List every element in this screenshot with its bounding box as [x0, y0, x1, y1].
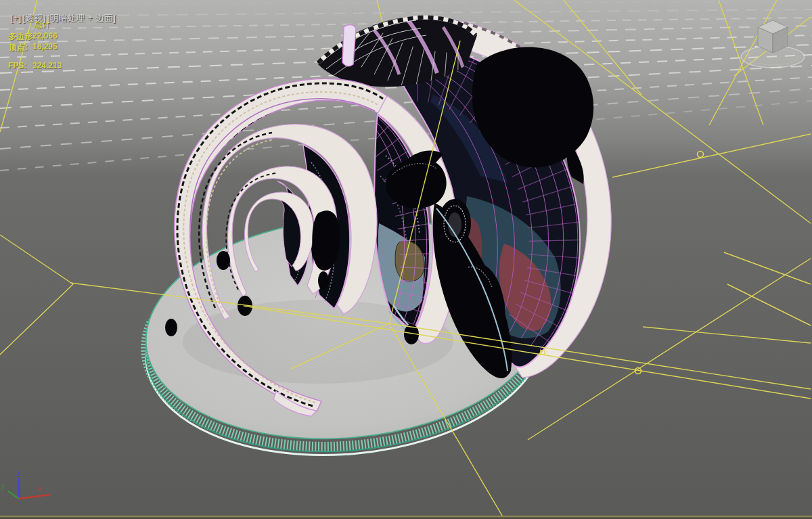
stats-vertices-row: 顶点:16,295 — [9, 42, 28, 53]
axis-y-label: y — [1, 482, 5, 490]
viewport-label-menu[interactable]: [+][透视][明暗处理 + 边面] — [5, 3, 117, 24]
viewport-shading-menu[interactable]: [明暗处理 + 边面] — [47, 14, 116, 23]
stats-polygons-row: 多边形:22,066 — [8, 31, 35, 43]
viewport-pov-menu[interactable]: [透视] — [23, 14, 46, 23]
axis-z-label: z — [16, 469, 20, 477]
stats-fps-row: FPS:324.213 — [8, 61, 26, 70]
axis-x-label: x — [38, 484, 42, 493]
viewport-bottom-border — [0, 516, 812, 519]
max-viewport[interactable]: z x y [+][透视][明暗处理 + 边面] 总计 多边形:22,066 顶… — [0, 0, 812, 519]
pink-ribbon-tip — [342, 24, 356, 66]
viewport-general-menu[interactable]: [+] — [11, 14, 22, 23]
viewport-canvas[interactable]: z x y — [0, 0, 812, 519]
